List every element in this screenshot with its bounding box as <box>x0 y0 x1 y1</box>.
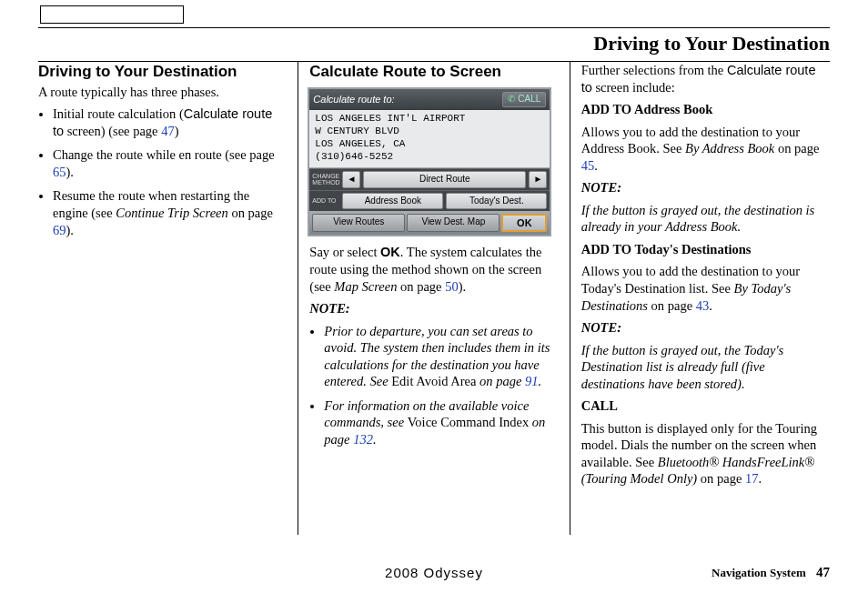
note-heading: NOTE: <box>581 179 830 196</box>
nav-header: Calculate route to: CALL <box>309 89 550 110</box>
prev-method-button[interactable]: ◄ <box>342 171 360 188</box>
dest-line: (310)646-5252 <box>315 150 544 163</box>
note-body: If the button is grayed out, the destina… <box>581 202 830 236</box>
call-heading: CALL <box>581 397 830 415</box>
call-button[interactable]: CALL <box>502 92 546 107</box>
nav-screen: Calculate route to: CALL LOS ANGELES INT… <box>308 87 551 237</box>
page-ref[interactable]: 17 <box>745 471 759 486</box>
list-item: Initial route calculation (Calculate rou… <box>53 106 287 139</box>
page-ref[interactable]: 91 <box>525 374 539 388</box>
add-to-label: ADD TO <box>312 197 339 204</box>
note-heading: NOTE: <box>581 319 830 337</box>
col2-notes: Prior to departure, you can set areas to… <box>324 323 558 448</box>
route-method-button[interactable]: Direct Route <box>363 171 526 188</box>
column-1: Driving to Your Destination A route typi… <box>38 62 298 535</box>
note-heading: NOTE: <box>309 300 558 317</box>
todays-dest-button[interactable]: Today's Dest. <box>446 193 547 210</box>
add-to-row: ADD TO Address Book Today's Dest. <box>309 190 550 212</box>
addto-addressbook-body: Allows you to add the destination to you… <box>581 124 830 175</box>
footer: 2008 Odyssey Navigation System 47 <box>0 565 868 580</box>
col1-intro: A route typically has three phases. <box>38 84 287 101</box>
ok-button[interactable]: OK <box>501 214 547 232</box>
column-3: Further selections from the Calculate ro… <box>570 62 830 535</box>
col2-p1: Say or select OK. The system calculates … <box>309 244 558 295</box>
page-ref[interactable]: 43 <box>696 298 710 313</box>
footer-model: 2008 Odyssey <box>385 565 483 580</box>
next-method-button[interactable]: ► <box>529 171 547 188</box>
dest-line: LOS ANGELES INT'L AIRPORT <box>315 112 544 125</box>
page-ref[interactable]: 50 <box>445 279 459 294</box>
content-columns: Driving to Your Destination A route typi… <box>38 62 830 535</box>
address-book-button[interactable]: Address Book <box>342 193 443 210</box>
change-method-row: CHANGE METHOD ◄ Direct Route ► <box>309 168 550 190</box>
col1-heading: Driving to Your Destination <box>38 62 287 82</box>
col1-list: Initial route calculation (Calculate rou… <box>53 106 287 238</box>
call-body: This button is displayed only for the To… <box>581 420 830 487</box>
page-ref[interactable]: 132 <box>353 432 373 447</box>
nav-bottom-row: View Routes View Dest. Map OK <box>309 211 550 235</box>
top-rule <box>38 27 830 28</box>
list-item: Change the route while en route (see pag… <box>53 146 287 180</box>
col2-heading: Calculate Route to Screen <box>309 62 558 82</box>
page-ref[interactable]: 65 <box>53 165 66 179</box>
dest-line: LOS ANGELES, CA <box>315 137 544 150</box>
list-item: For information on the available voice c… <box>324 397 558 448</box>
blank-header-box <box>40 5 184 24</box>
dest-line: W CENTURY BLVD <box>315 125 544 137</box>
view-dest-map-button[interactable]: View Dest. Map <box>407 214 500 232</box>
nav-destination-info: LOS ANGELES INT'L AIRPORT W CENTURY BLVD… <box>309 110 550 168</box>
change-method-label: CHANGE METHOD <box>312 173 339 186</box>
nav-title: Calculate route to: <box>313 93 394 106</box>
footer-page-number: 47 <box>816 565 830 579</box>
page-ref[interactable]: 47 <box>161 124 175 138</box>
phone-icon <box>508 94 515 106</box>
page-ref[interactable]: 69 <box>53 223 66 237</box>
column-2: Calculate Route to Screen Calculate rout… <box>298 62 569 535</box>
addto-today-body: Allows you to add the destination to you… <box>581 263 830 314</box>
footer-section: Navigation System <box>712 566 806 579</box>
page-ref[interactable]: 45 <box>581 158 595 173</box>
view-routes-button[interactable]: View Routes <box>312 214 405 232</box>
col3-intro: Further selections from the Calculate ro… <box>581 62 830 95</box>
addto-today-heading: ADD TO Today's Destinations <box>581 241 830 258</box>
list-item: Resume the route when restarting the eng… <box>53 187 287 238</box>
footer-right: Navigation System 47 <box>712 565 830 580</box>
page-title: Driving to Your Destination <box>0 32 830 55</box>
note-body: If the button is grayed out, the Today's… <box>581 342 830 393</box>
addto-addressbook-heading: ADD TO Address Book <box>581 101 830 118</box>
list-item: Prior to departure, you can set areas to… <box>324 323 558 390</box>
